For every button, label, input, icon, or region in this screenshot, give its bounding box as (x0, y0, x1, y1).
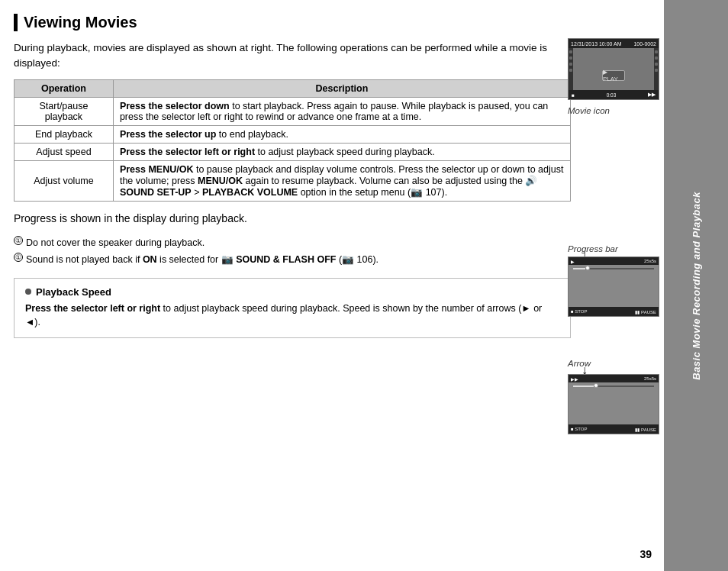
pb-play-icon: ▶ (571, 259, 575, 264)
table-cell-desc-1: Press the selector up to end playback. (113, 125, 570, 143)
pb-thumb (585, 266, 590, 270)
table-row: Adjust speed Press the selector left or … (14, 143, 571, 160)
right-sidebar: Basic Movie Recording and Playback (664, 0, 728, 571)
cam-bottom-time: 0:03 (607, 92, 617, 98)
dot-icon (25, 289, 31, 295)
pb-top-bar: ▶ 25s5s (569, 257, 659, 265)
cam-bottom-left: ■ (572, 92, 575, 98)
arr-filled (573, 386, 594, 387)
cam-top-bar: 12/31/2013 10:00 AM 100-0002 (569, 39, 659, 48)
cam-screen: ▶ PLAY (569, 48, 659, 90)
arr-stop: ■ STOP (571, 427, 588, 431)
pb-screen (569, 265, 659, 307)
table-row: Adjust volume Press MENU/OK to pause pla… (14, 160, 571, 201)
pb-time-code: 25s5s (644, 259, 656, 263)
note-item: ① Do not cover the speaker during playba… (14, 234, 650, 252)
table-header-description: Description (113, 79, 570, 97)
play-button-overlay: ▶ PLAY (602, 70, 625, 81)
pb-filled (573, 268, 585, 269)
arr-thumb (594, 383, 598, 388)
sidebar-text: Basic Movie Recording and Playback (691, 192, 702, 380)
arr-play-icon: ▶▶ (571, 376, 578, 382)
playback-speed-desc: Press the selector left or right to adju… (25, 302, 559, 331)
cam-code: 100-0002 (633, 41, 656, 47)
page-title: Viewing Movies (14, 14, 650, 31)
cam-bottom-right: ▶▶ (648, 92, 656, 98)
play-label: ▶ PLAY (603, 69, 624, 82)
pb-bottom-bar: ■ STOP ▮▮ PAUSE (569, 307, 659, 316)
intro-text: During playback, movies are displayed as… (14, 40, 548, 72)
playback-speed-title: Playback Speed (25, 286, 559, 298)
arr-time-code: 25s5s (644, 376, 656, 381)
cam-timestamp: 12/31/2013 10:00 AM (571, 41, 622, 47)
arrow-section: Arrow ↓ ▶▶ 25s5s ■ STOP ▮▮ PAUSE (568, 359, 659, 434)
note-text-0: Do not cover the speaker during playback… (26, 234, 205, 252)
arr-screen (569, 382, 659, 424)
notes-section: ① Do not cover the speaker during playba… (14, 234, 650, 269)
table-cell-operation-0: Start/pause playback (14, 97, 114, 125)
note-icon: ① (14, 253, 23, 262)
progress-bar-section: Progress bar ↓ ▶ 25s5s ■ STOP ▮▮ PAUSE (568, 244, 659, 317)
arr-progress-container (573, 386, 654, 387)
pb-track (573, 268, 654, 269)
arr-bottom-bar: ■ STOP ▮▮ PAUSE (569, 424, 659, 434)
camera-images-top: 12/31/2013 10:00 AM 100-0002 ▶ PLAY (568, 38, 659, 115)
note-text-1: Sound is not played back if ON is select… (26, 251, 378, 269)
table-cell-desc-2: Press the selector left or right to adju… (113, 143, 570, 160)
cam-bottom-bar: ■ 0:03 ▶▶ (569, 90, 659, 99)
operations-table: Operation Description Start/pause playba… (14, 79, 571, 202)
arr-top-bar: ▶▶ 25s5s (569, 375, 659, 382)
table-cell-operation-3: Adjust volume (14, 160, 114, 201)
film-strip-right (654, 48, 659, 90)
playback-speed-box: Playback Speed Press the selector left o… (14, 278, 571, 339)
pb-pause: ▮▮ PAUSE (635, 309, 656, 315)
table-cell-operation-2: Adjust speed (14, 143, 114, 160)
main-content: Viewing Movies During playback, movies a… (0, 0, 664, 571)
arrow-screenshot: ▶▶ 25s5s ■ STOP ▮▮ PAUSE (568, 374, 659, 434)
movie-icon-screenshot: 12/31/2013 10:00 AM 100-0002 ▶ PLAY (568, 38, 659, 100)
table-cell-operation-1: End playback (14, 125, 114, 143)
note-icon: ① (14, 236, 23, 245)
arr-track (573, 386, 654, 387)
table-row: Start/pause playback Press the selector … (14, 97, 571, 125)
pb-progress-container (573, 268, 654, 269)
table-cell-desc-3: Press MENU/OK to pause playback and disp… (113, 160, 570, 201)
table-header-operation: Operation (14, 79, 114, 97)
arr-pause: ▮▮ PAUSE (635, 427, 656, 432)
page-number: 39 (639, 548, 652, 560)
film-strip-left (569, 48, 573, 90)
pb-stop: ■ STOP (571, 309, 588, 314)
progress-bar-screenshot: ▶ 25s5s ■ STOP ▮▮ PAUSE (568, 256, 659, 317)
table-row: End playback Press the selector up to en… (14, 125, 571, 143)
note-item: ① Sound is not played back if ON is sele… (14, 251, 650, 269)
movie-icon-label: Movie icon (568, 106, 659, 115)
table-cell-desc-0: Press the selector down to start playbac… (113, 97, 570, 125)
progress-text: Progress is shown in the display during … (14, 211, 650, 227)
